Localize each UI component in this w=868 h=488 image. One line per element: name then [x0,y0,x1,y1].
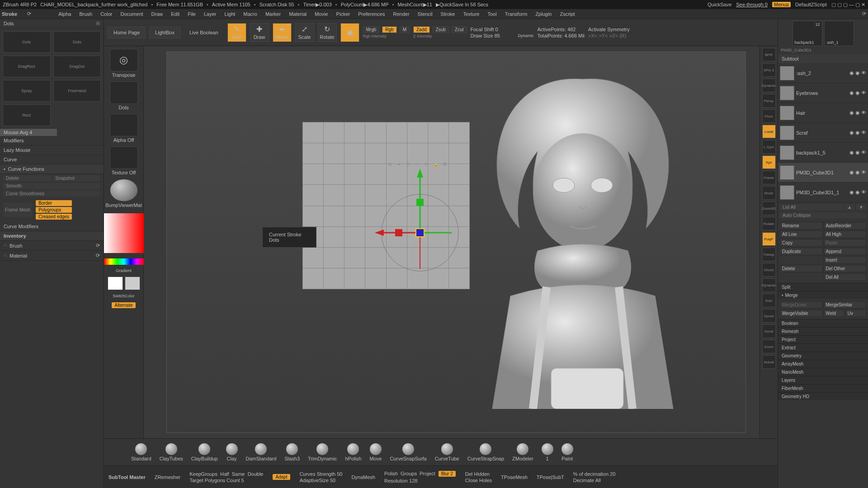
menu-texture[interactable]: Texture [459,10,483,18]
decimate-all-button[interactable]: Decimate All [573,478,616,483]
collapse-icon[interactable]: ⟳ [862,11,866,17]
3d-viewport[interactable]: ⚙✦⚲⌂↻🔒⦿ [144,46,760,438]
curve-smoothness[interactable]: Curve Smoothness [3,191,100,197]
switch-color[interactable]: SwitchColor [113,294,134,298]
arrow-down-icon[interactable]: ▼ [856,204,866,210]
menu-brush[interactable]: Brush [75,10,96,18]
tposemesh-button[interactable]: TPoseMesh [501,474,528,480]
window-controls[interactable]: ▢ ▢ ▢ — ▢ ✕ [831,2,865,8]
menu-material[interactable]: Material [285,10,310,18]
menu-document[interactable]: Document [117,10,146,18]
menu-transform[interactable]: Transform [501,10,531,18]
menus-toggle[interactable]: Menus [772,2,791,7]
merge-visible-button[interactable]: MergeVisible [780,310,823,317]
menu-tool[interactable]: Tool [484,10,500,18]
vp-persp[interactable]: Persp [762,94,776,108]
vp-solo[interactable]: Solo [762,294,776,307]
vp-dynamic[interactable]: Dynamic [762,79,776,92]
arrow-up-icon[interactable]: ▲ [844,204,854,210]
brush-section[interactable]: ∴Brush⟳ [0,241,104,251]
brush-move[interactable]: Move [370,443,382,461]
zremesher-button[interactable]: ZRemesher [155,474,180,480]
paste-button[interactable]: Paste [824,239,867,247]
polygroups-toggle[interactable]: Polygroups [36,207,72,213]
subtool-PM3DCube3D1[interactable]: PM3D_Cube3D1◉◉👁 [778,163,868,183]
vp-spix3[interactable]: SPix 3 [762,63,776,77]
section-nanomesh[interactable]: NanoMesh [778,368,868,376]
hue-slider[interactable] [104,258,144,265]
uv-toggle[interactable]: Uv [845,310,866,317]
quicksave-button[interactable]: QuickSave [708,2,731,7]
section-geometry[interactable]: Geometry [778,352,868,360]
auto-collapse-button[interactable]: Auto Collapse [780,212,866,218]
close-holes-button[interactable]: Close Holes [465,478,492,483]
main-color[interactable] [108,277,123,290]
tposesubt-button[interactable]: TPose|SubT [537,474,564,480]
draw-size-slider[interactable]: Draw Size 85Dynamic [471,33,534,38]
duplicate-button[interactable]: Duplicate [780,248,823,255]
alternate-toggle[interactable]: Alternate [112,302,135,308]
brush-1[interactable]: 1 [542,443,553,461]
remesh-section[interactable]: Remesh [778,327,868,335]
transform-gizmo[interactable]: ⚙✦⚲⌂↻🔒⦿ [375,156,465,273]
project-section[interactable]: Project [778,335,868,343]
brush-slash3[interactable]: Slash3 [284,443,300,461]
brush-zmodeler[interactable]: ZModeler [512,443,533,461]
append-button[interactable]: Append [824,248,867,255]
menu-file[interactable]: File [184,10,199,18]
texture-thumb[interactable]: Texture Off [108,146,140,175]
split-section[interactable]: Split [778,283,868,291]
vp-zoom3d[interactable]: Zoom3D [762,202,776,215]
creased-toggle[interactable]: Creased edges [36,214,72,220]
live-boolean-button[interactable]: Live Boolean [184,27,224,38]
delete-button[interactable]: Delete [780,265,823,272]
section-fibermesh[interactable]: FiberMesh [778,384,868,392]
vp-polyf[interactable]: PolyF [762,232,776,246]
seethrough-slider[interactable]: See-through 0 [736,2,768,7]
zadd-button[interactable]: Zadd [413,26,430,33]
focal-shift-slider[interactable]: Focal Shift 0 [471,27,534,32]
del-other-button[interactable]: Del Other [824,265,867,272]
stroke-dragdot[interactable]: DragDot [53,56,101,77]
boolean-section[interactable]: Boolean [778,319,868,327]
brush-curvetube[interactable]: CurveTube [435,443,459,461]
border-toggle[interactable]: Border [36,200,72,206]
section-geometryhd[interactable]: Geometry HD [778,392,868,400]
rotate-mode[interactable]: ↻Rotate [318,23,337,42]
mouse-avg-slider[interactable]: Mouse Avg 4 [0,129,104,136]
menu-zplugin[interactable]: Zplugin [532,10,555,18]
material-section[interactable]: ∴Material⟳ [0,251,104,261]
del-all-button[interactable]: Del All [824,273,867,281]
vp-transp[interactable]: Transp [762,248,776,261]
adaptive-size-slider[interactable]: AdaptiveSize 50 [300,478,343,483]
vp-frame[interactable]: Frame [762,171,776,184]
stroke-thumb[interactable]: Dots [108,81,140,110]
subtool-Scraf[interactable]: Scraf◉◉👁 [778,123,868,143]
secondary-color[interactable] [125,277,140,290]
curves-strength-slider[interactable]: Curves Strength 50 [300,471,343,477]
subtool-Hair[interactable]: Hair◉◉👁 [778,103,868,123]
menu-edit[interactable]: Edit [167,10,183,18]
vp-rotate[interactable]: Rotate [762,217,776,230]
brush-hpolish[interactable]: hPolish [345,443,361,461]
smooth-button[interactable]: Smooth [3,183,100,189]
insert-button[interactable]: Insert [824,256,867,264]
gizmo-mode[interactable]: ◉ [340,23,359,42]
menu-marker[interactable]: Marker [262,10,284,18]
brush-paint[interactable]: Paint [561,443,573,461]
merge-down-button[interactable]: MergeDown [780,301,823,309]
resolution-slider[interactable]: Resolution 128 [384,478,456,483]
weld-toggle[interactable]: Weld [824,310,844,317]
stroke-freehand[interactable]: FreeHand [53,80,101,102]
tool-thumb-b[interactable]: :ash_1 [824,21,854,46]
tool-thumb-a[interactable]: 12 backpack1 [793,21,822,46]
color-picker[interactable] [104,213,144,253]
brush-curvesnapsurfa[interactable]: CurveSnapSurfa [390,443,426,461]
adapt-toggle[interactable]: Adapt [273,474,290,480]
stroke-spray[interactable]: Spray [3,80,51,102]
brush-damstandard[interactable]: DamStandard [246,443,277,461]
menu-zscript[interactable]: Zscript [556,10,578,18]
vp-move[interactable]: Move [762,186,776,200]
stroke-dragrect[interactable]: DragRect [3,56,51,77]
menu-alpha[interactable]: Alpha [55,10,75,18]
